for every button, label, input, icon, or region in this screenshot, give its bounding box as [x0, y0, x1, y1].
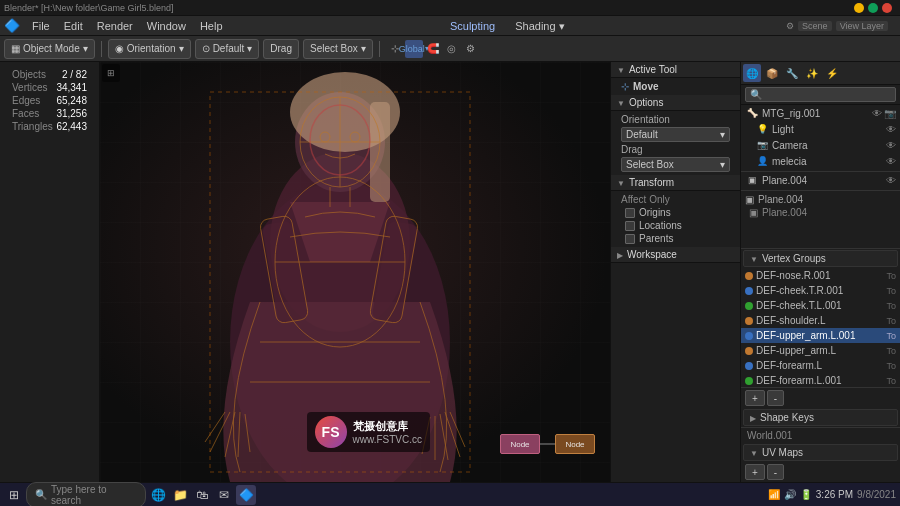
vg-dot-4	[745, 332, 753, 340]
triangles-stat: Triangles 62,443	[6, 120, 93, 133]
uvm-remove-btn[interactable]: -	[767, 464, 784, 480]
options-toggle	[617, 97, 625, 108]
render-icon[interactable]: 📷	[884, 108, 896, 119]
transform-header[interactable]: Transform	[611, 175, 740, 191]
modifier-icon[interactable]: 🔧	[783, 64, 801, 82]
vertex-groups-header[interactable]: Vertex Groups	[743, 250, 898, 267]
close-btn[interactable]	[882, 3, 892, 13]
mode-dropdown-icon: ▾	[83, 43, 88, 54]
title-bar: Blender* [H:\New folder\Game Girl5.blend…	[0, 0, 900, 16]
physics-icon[interactable]: ⚡	[823, 64, 841, 82]
plane-sub-item[interactable]: ▣ Plane.004	[741, 206, 900, 219]
search-icon: 🔍	[750, 89, 762, 100]
engine-selector[interactable]: ⚙	[786, 21, 794, 31]
select-box-btn[interactable]: Select Box ▾	[303, 39, 373, 59]
windows-icon[interactable]: ⊞	[4, 485, 24, 505]
scene-item-melecia[interactable]: 👤 melecia 👁	[741, 153, 900, 169]
minimize-btn[interactable]	[854, 3, 864, 13]
taskbar-search-icon: 🔍	[35, 489, 47, 500]
scene-search[interactable]: 🔍	[745, 87, 896, 102]
parents-checkbox[interactable]	[625, 234, 635, 244]
vg-separator	[741, 248, 900, 249]
scene-icon[interactable]: 🌐	[743, 64, 761, 82]
scene-item-plane004-1[interactable]: ▣ Plane.004 👁	[741, 172, 900, 188]
pivot-point-btn[interactable]: ⊙ Default ▾	[195, 39, 260, 59]
taskbar-icon-blender[interactable]: 🔷	[236, 485, 256, 505]
plane-visibility-icon[interactable]: 👁	[886, 175, 896, 186]
menu-help[interactable]: Help	[194, 16, 229, 36]
light-visibility-icon[interactable]: 👁	[886, 124, 896, 135]
scene-item-mtgrig[interactable]: 🦴 MTG_rig.001 👁 📷	[741, 105, 900, 121]
orientation-val-row[interactable]: Default ▾	[617, 126, 734, 143]
plane-sub-icon: ▣	[749, 207, 758, 218]
options-icon[interactable]: ⚙	[462, 40, 480, 58]
vg-add-btn[interactable]: +	[745, 390, 765, 406]
menu-window[interactable]: Window	[141, 16, 192, 36]
drag-val-row[interactable]: Select Box ▾	[617, 156, 734, 173]
uvm-add-btn[interactable]: +	[745, 464, 765, 480]
vg-item-1[interactable]: DEF-cheek.T.R.001 To	[741, 283, 900, 298]
tray-volume-icon: 🔊	[784, 489, 796, 500]
parents-row: Parents	[617, 232, 734, 245]
active-tool-header[interactable]: Active Tool	[611, 62, 740, 78]
vg-item-6[interactable]: DEF-forearm.L To	[741, 358, 900, 373]
vg-remove-btn[interactable]: -	[767, 390, 784, 406]
mode-select-btn[interactable]: ▦ Object Mode ▾	[4, 39, 95, 59]
vg-item-0[interactable]: DEF-nose.R.001 To	[741, 268, 900, 283]
scene-item-light[interactable]: 💡 Light 👁	[741, 121, 900, 137]
scene-selector[interactable]: Scene	[798, 21, 832, 31]
workspace-shading[interactable]: Shading ▾	[509, 16, 570, 36]
snap-icon[interactable]: 🧲	[424, 40, 442, 58]
menu-blender-logo[interactable]: 🔷	[4, 18, 20, 33]
particles-icon[interactable]: ✨	[803, 64, 821, 82]
vertices-stat: Vertices 34,341	[6, 81, 93, 94]
taskbar-icon-mail[interactable]: ✉	[214, 485, 234, 505]
vg-item-7[interactable]: DEF-forearm.L.001 To	[741, 373, 900, 388]
mode-select-icon: ▦	[11, 43, 20, 54]
proportional-edit-icon[interactable]: ◎	[443, 40, 461, 58]
global-selector[interactable]: Global ▾	[405, 40, 423, 58]
visibility-icon[interactable]: 👁	[872, 108, 882, 119]
locations-checkbox[interactable]	[625, 221, 635, 231]
taskbar-icon-store[interactable]: 🛍	[192, 485, 212, 505]
drag-btn[interactable]: Drag	[263, 39, 299, 59]
tray-battery-icon: 🔋	[800, 489, 812, 500]
scene-item-camera[interactable]: 📷 Camera 👁	[741, 137, 900, 153]
view-layer-selector[interactable]: View Layer	[836, 21, 888, 31]
taskbar: ⊞ 🔍 Type here to search 🌐 📁 🛍 ✉ 🔷 📶 🔊 🔋 …	[0, 482, 900, 506]
edges-stat: Edges 65,248	[6, 94, 93, 107]
shape-keys-header[interactable]: Shape Keys	[743, 409, 898, 426]
tray-network-icon: 📶	[768, 489, 780, 500]
header-toolbar: ▦ Object Mode ▾ ◉ Orientation ▾ ⊙ Defaul…	[0, 36, 900, 62]
workspace-sculpting[interactable]: Sculpting	[444, 16, 501, 36]
vg-dot-2	[745, 302, 753, 310]
vg-dot-1	[745, 287, 753, 295]
viewport-shading-btn[interactable]: ◉ Orientation ▾	[108, 39, 191, 59]
camera-visibility-icon[interactable]: 👁	[886, 140, 896, 151]
vg-item-3[interactable]: DEF-shoulder.L To	[741, 313, 900, 328]
menu-render[interactable]: Render	[91, 16, 139, 36]
vg-item-5[interactable]: DEF-upper_arm.L To	[741, 343, 900, 358]
vg-toggle	[750, 253, 758, 264]
workspace-header[interactable]: Workspace	[611, 247, 740, 263]
taskbar-icon-folder[interactable]: 📁	[170, 485, 190, 505]
3d-viewport[interactable]: ⊞ Node Node FS 梵摄创意库 www.FSTVC.cc	[100, 62, 610, 482]
menu-file[interactable]: File	[26, 16, 56, 36]
uv-maps-header[interactable]: UV Maps	[743, 444, 898, 461]
vg-to-icon-7: To	[886, 376, 896, 386]
vertex-groups-list: DEF-nose.R.001 To DEF-cheek.T.R.001 To D…	[741, 268, 900, 388]
tool-name-row: ⊹ Move	[617, 80, 734, 93]
vg-item-4[interactable]: DEF-upper_arm.L.001 To	[741, 328, 900, 343]
melecia-visibility-icon[interactable]: 👁	[886, 156, 896, 167]
viewport-menu-icon[interactable]: ⊞	[102, 64, 120, 82]
options-header[interactable]: Options	[611, 95, 740, 111]
object-icon[interactable]: 📦	[763, 64, 781, 82]
options-content: Orientation Default ▾ Drag Select Box ▾	[611, 111, 740, 175]
taskbar-icon-edge[interactable]: 🌐	[148, 485, 168, 505]
maximize-btn[interactable]	[868, 3, 878, 13]
vg-item-2[interactable]: DEF-cheek.T.L.001 To	[741, 298, 900, 313]
taskbar-search-bar[interactable]: 🔍 Type here to search	[26, 482, 146, 507]
menu-edit[interactable]: Edit	[58, 16, 89, 36]
origins-checkbox[interactable]	[625, 208, 635, 218]
node-connections	[500, 424, 600, 474]
